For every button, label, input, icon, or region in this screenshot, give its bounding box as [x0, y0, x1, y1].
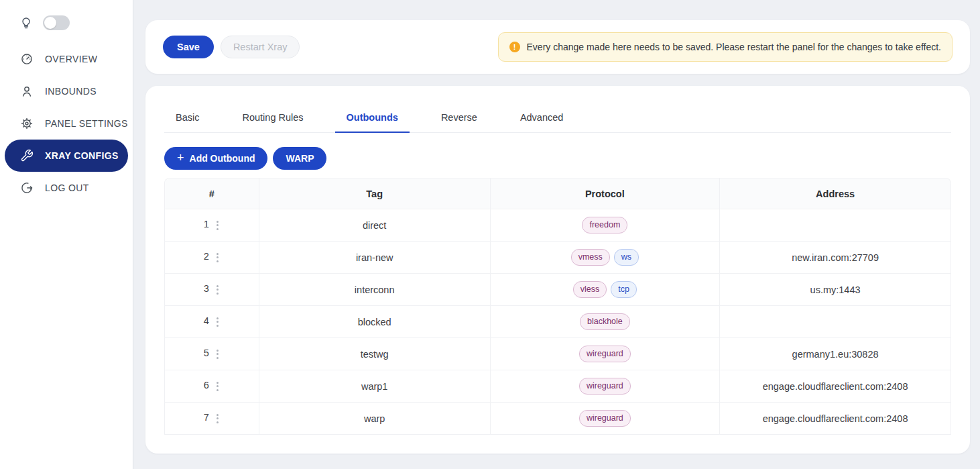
- sidebar-nav: OVERVIEW INBOUNDS PANEL SETTINGS: [0, 43, 133, 204]
- sidebar-item-label: INBOUNDS: [45, 86, 97, 97]
- row-number: 2: [204, 251, 209, 262]
- sidebar-item-overview[interactable]: OVERVIEW: [0, 43, 133, 75]
- save-warning-alert: ! Every change made here needs to be sav…: [498, 32, 953, 62]
- protocol-badge: freedom: [582, 217, 627, 233]
- sidebar-item-inbounds[interactable]: INBOUNDS: [0, 75, 133, 107]
- row-number: 6: [204, 380, 209, 390]
- row-number-cell: 6: [165, 370, 259, 403]
- xray-configs-card: Basic Routing Rules Outbounds Reverse Ad…: [145, 86, 970, 454]
- column-header-number: #: [165, 178, 259, 209]
- row-address: new.iran.com:27709: [720, 242, 951, 274]
- row-protocols: blackhole: [491, 306, 721, 338]
- table-row: 2 iran-new vmessws new.iran.com:27709: [165, 242, 951, 274]
- row-actions-menu-icon[interactable]: [215, 380, 220, 393]
- tab-routing-rules[interactable]: Routing Rules: [231, 103, 314, 132]
- row-actions-menu-icon[interactable]: [215, 316, 220, 328]
- row-tag: warp: [259, 403, 491, 435]
- user-icon: [20, 85, 34, 98]
- dark-mode-toggle[interactable]: [43, 15, 70, 30]
- sidebar-item-label: XRAY CONFIGS: [45, 150, 119, 161]
- protocol-badge: tcp: [611, 281, 637, 297]
- table-row: 4 blocked blackhole: [165, 306, 951, 338]
- row-protocols: freedom: [491, 209, 721, 242]
- row-number-cell: 3: [165, 274, 259, 306]
- protocol-badge: vless: [573, 281, 607, 297]
- warp-label: WARP: [286, 153, 314, 164]
- config-tabs: Basic Routing Rules Outbounds Reverse Ad…: [164, 103, 951, 133]
- add-outbound-button[interactable]: + Add Outbound: [164, 147, 267, 170]
- outbound-actions: + Add Outbound WARP: [164, 147, 951, 170]
- protocol-badge: blackhole: [580, 313, 630, 329]
- sidebar-item-label: LOG OUT: [45, 183, 89, 193]
- sidebar-item-xray-configs[interactable]: XRAY CONFIGS: [5, 140, 128, 172]
- row-tag: blocked: [259, 306, 491, 338]
- table-header-row: # Tag Protocol Address: [165, 178, 951, 209]
- toggle-knob: [44, 17, 56, 29]
- row-actions-menu-icon[interactable]: [215, 284, 220, 296]
- table-row: 6 warp1 wireguard engage.cloudflareclien…: [165, 370, 951, 403]
- table-row: 5 testwg wireguard germany1.eu:30828: [165, 338, 951, 370]
- row-tag: direct: [259, 209, 491, 242]
- sidebar-item-log-out[interactable]: LOG OUT: [0, 172, 133, 204]
- protocol-badge: ws: [614, 249, 639, 265]
- outbounds-table: # Tag Protocol Address 1 direct freedom …: [164, 178, 951, 435]
- wrench-icon: [20, 149, 34, 162]
- row-protocols: vmessws: [491, 242, 721, 274]
- toolbar-card: Save Restart Xray ! Every change made he…: [145, 20, 970, 74]
- table-row: 7 warp wireguard engage.cloudflareclient…: [165, 403, 951, 435]
- plus-icon: +: [177, 152, 184, 164]
- row-tag: warp1: [259, 370, 491, 403]
- protocol-badge: wireguard: [579, 410, 631, 426]
- row-address: us.my:1443: [720, 274, 951, 306]
- row-address: engage.cloudflareclient.com:2408: [720, 403, 951, 435]
- add-outbound-label: Add Outbound: [190, 153, 255, 164]
- column-header-tag: Tag: [259, 178, 491, 209]
- table-row: 1 direct freedom: [165, 209, 951, 242]
- tab-basic[interactable]: Basic: [164, 103, 210, 132]
- logout-icon: [20, 181, 34, 195]
- row-actions-menu-icon[interactable]: [215, 348, 220, 360]
- row-number: 1: [204, 219, 209, 229]
- tab-advanced[interactable]: Advanced: [509, 103, 575, 132]
- row-address: germany1.eu:30828: [720, 338, 951, 370]
- row-address: engage.cloudflareclient.com:2408: [720, 370, 951, 403]
- sidebar: OVERVIEW INBOUNDS PANEL SETTINGS: [0, 0, 133, 469]
- gear-icon: [20, 117, 34, 130]
- table-row: 3 interconn vlesstcp us.my:1443: [165, 274, 951, 306]
- row-protocols: vlesstcp: [491, 274, 721, 306]
- row-tag: interconn: [259, 274, 491, 306]
- row-number: 5: [204, 348, 209, 358]
- tab-outbounds[interactable]: Outbounds: [335, 103, 410, 133]
- save-button[interactable]: Save: [163, 36, 214, 58]
- alert-text: Every change made here needs to be saved…: [527, 42, 941, 52]
- row-tag: iran-new: [259, 242, 491, 274]
- sidebar-item-panel-settings[interactable]: PANEL SETTINGS: [0, 107, 133, 140]
- row-address: [720, 306, 951, 338]
- row-protocols: wireguard: [491, 338, 721, 370]
- protocol-badge: wireguard: [579, 346, 631, 362]
- row-address: [720, 209, 951, 242]
- row-number-cell: 7: [165, 403, 259, 435]
- column-header-address: Address: [720, 178, 951, 209]
- outbounds-table-wrap: # Tag Protocol Address 1 direct freedom …: [164, 178, 951, 435]
- sidebar-item-label: PANEL SETTINGS: [45, 118, 128, 129]
- row-number-cell: 5: [165, 338, 259, 370]
- theme-toggle-row: [0, 0, 133, 33]
- restart-xray-button[interactable]: Restart Xray: [221, 36, 300, 58]
- row-actions-menu-icon[interactable]: [215, 252, 220, 264]
- row-tag: testwg: [259, 338, 491, 370]
- tab-reverse[interactable]: Reverse: [430, 103, 489, 132]
- protocol-badge: wireguard: [579, 378, 631, 394]
- row-actions-menu-icon[interactable]: [215, 219, 220, 231]
- row-actions-menu-icon[interactable]: [215, 413, 220, 425]
- warp-button[interactable]: WARP: [273, 147, 326, 170]
- row-protocols: wireguard: [491, 403, 721, 435]
- row-number: 7: [204, 412, 209, 423]
- lightbulb-icon: [19, 16, 33, 30]
- row-number-cell: 1: [165, 209, 259, 242]
- row-number-cell: 2: [165, 242, 259, 274]
- dashboard-icon: [20, 52, 34, 66]
- table-body: 1 direct freedom 2 iran-new vmessws new.…: [165, 209, 951, 435]
- warning-icon: !: [509, 42, 520, 52]
- row-number: 3: [204, 283, 209, 294]
